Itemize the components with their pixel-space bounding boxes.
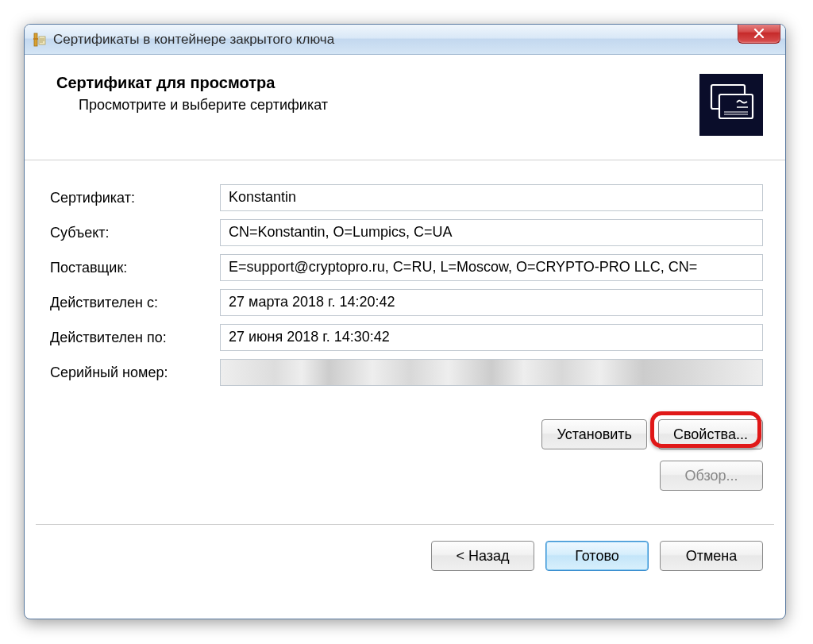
titlebar[interactable]: Сертификаты в контейнере закрытого ключа [25,25,785,55]
title-text: Сертификаты в контейнере закрытого ключа [53,32,334,48]
issuer-label: Поставщик: [47,260,220,276]
field-valid-from: Действителен с: 27 марта 2018 г. 14:20:4… [47,289,763,316]
close-button[interactable] [738,24,780,44]
cancel-button[interactable]: Отмена [660,541,763,571]
finish-button[interactable]: Готово [545,541,649,571]
page-title: Сертификат для просмотра [56,74,328,92]
close-icon [753,29,765,38]
app-icon [31,32,47,48]
serial-label: Серийный номер: [47,364,220,381]
action-buttons-row: Установить Свойства... [25,402,785,449]
field-valid-to: Действителен по: 27 июня 2018 г. 14:30:4… [47,324,763,351]
valid-to-label: Действителен по: [47,330,220,346]
install-button[interactable]: Установить [541,419,646,449]
back-button[interactable]: < Назад [431,541,534,571]
subject-value[interactable]: CN=Konstantin, O=Lumpics, C=UA [220,219,763,246]
properties-button[interactable]: Свойства... [658,419,763,449]
wizard-header: Сертификат для просмотра Просмотрите и в… [25,55,785,160]
wizard-header-text: Сертификат для просмотра Просмотрите и в… [56,74,328,114]
content-area: Сертификат для просмотра Просмотрите и в… [25,55,785,587]
field-certificate: Сертификат: Konstantin [47,184,763,211]
field-serial: Серийный номер: [47,359,763,386]
footer-buttons: < Назад Готово Отмена [25,525,785,587]
certificate-icon [699,74,763,136]
browse-button: Обзор... [660,461,763,491]
valid-to-value[interactable]: 27 июня 2018 г. 14:30:42 [220,324,763,351]
certificate-value[interactable]: Konstantin [220,184,763,211]
dialog-window: Сертификаты в контейнере закрытого ключа… [24,24,786,619]
field-subject: Субъект: CN=Konstantin, O=Lumpics, C=UA [47,219,763,246]
issuer-value[interactable]: E=support@cryptopro.ru, C=RU, L=Moscow, … [220,254,763,281]
certificate-label: Сертификат: [47,190,220,206]
valid-from-value[interactable]: 27 марта 2018 г. 14:20:42 [220,289,763,316]
svg-rect-1 [33,38,38,40]
browse-row: Обзор... [25,449,785,491]
valid-from-label: Действителен с: [47,295,220,311]
fields-section: Сертификат: Konstantin Субъект: CN=Konst… [25,160,785,402]
subject-label: Субъект: [47,225,220,241]
field-issuer: Поставщик: E=support@cryptopro.ru, C=RU,… [47,254,763,281]
serial-value[interactable] [220,359,763,386]
page-subtitle: Просмотрите и выберите сертификат [56,97,328,114]
